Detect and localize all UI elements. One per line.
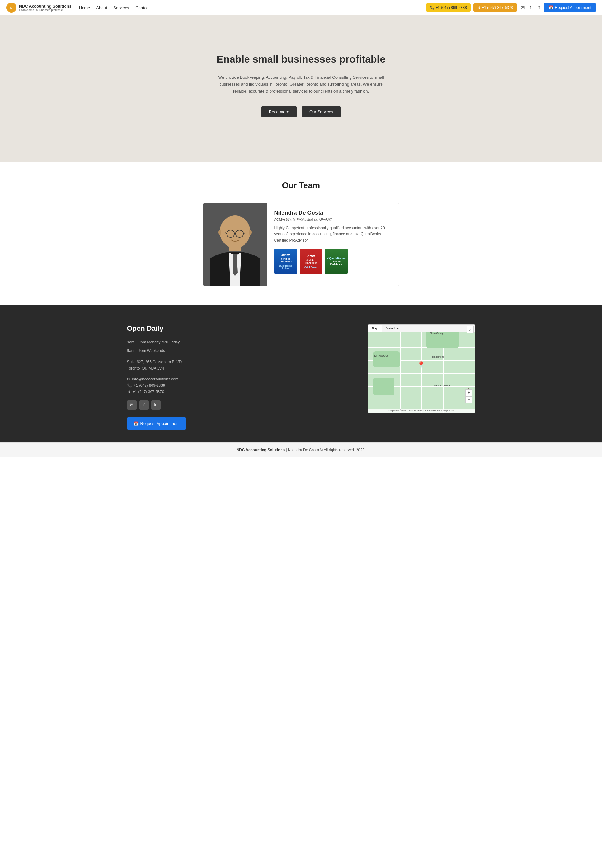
map-visual: PARKWOODS China Cottage Tim Hortons Wexf…: [368, 325, 475, 413]
map-container: Map Satellite ⤢: [368, 324, 475, 413]
intuit-logo-1: intuit: [281, 253, 290, 257]
logo-icon: N: [6, 3, 17, 13]
team-card: Nilendra De Costa ACMA(SL), MIPA(Austral…: [203, 203, 399, 286]
map-tabs: Map Satellite: [368, 325, 475, 332]
hero-buttons: Read more Our Services: [213, 106, 390, 117]
team-member-bio: Highly Competent professionally qualifie…: [274, 225, 391, 244]
footer-left: Open Daily 9am – 9pm Monday thru Friday …: [127, 324, 295, 430]
footer-email-icon: ✉: [127, 377, 131, 381]
svg-point-3: [220, 215, 250, 248]
svg-text:N: N: [11, 6, 13, 9]
logo-text-block: NDC Accounting Solutions Enable small bu…: [19, 4, 72, 12]
bottom-footer-company: NDC Accounting Solutions: [236, 448, 285, 452]
team-member-name: Nilendra De Costa: [274, 210, 391, 216]
hero-title: Enable small businesses profitable: [213, 54, 390, 65]
footer-calendar-icon: 📅: [134, 421, 138, 426]
bottom-footer-text: | Nilendra De Costa © All rights reserve…: [285, 448, 366, 452]
svg-rect-4: [229, 244, 241, 251]
footer-inner: Open Daily 9am – 9pm Monday thru Friday …: [127, 324, 475, 430]
nav-home[interactable]: Home: [79, 5, 90, 10]
cert-sub-2: QuickBooks: [301, 265, 321, 268]
footer-fax: +1 (647) 367-5370: [133, 390, 164, 394]
our-services-button[interactable]: Our Services: [302, 106, 341, 117]
map-label-china: China Cottage: [430, 332, 444, 334]
cert-sub-1: QuickBooks Online: [275, 264, 296, 269]
svg-point-11: [249, 230, 252, 235]
read-more-button[interactable]: Read more: [261, 106, 297, 117]
map-zoom-in[interactable]: +: [465, 389, 472, 396]
nav-services[interactable]: Services: [113, 5, 129, 10]
fax-button[interactable]: 🖨 +1 (647) 367-5370: [473, 3, 517, 12]
social-email-button[interactable]: ✉: [127, 400, 137, 410]
hero-inner: Enable small businesses profitable We pr…: [213, 54, 390, 117]
team-photo: [203, 203, 267, 285]
hero-description: We provide Bookkeeping, Accounting, Payr…: [213, 74, 390, 95]
footer-hours-weekend: 9am – 9pm Weekends: [127, 348, 295, 354]
navbar-right: 📞 +1 (647) 869-2838 🖨 +1 (647) 367-5370 …: [426, 3, 596, 12]
footer-right: Map Satellite ⤢: [307, 324, 475, 413]
navbar: N NDC Accounting Solutions Enable small …: [0, 0, 602, 15]
nav-links: Home About Services Contact: [79, 5, 150, 10]
footer-address-line2: Toronto, ON M3A 1V4: [127, 366, 164, 371]
footer-address: Suite 627, 265 Cassandra BLVD Toronto, O…: [127, 359, 295, 372]
map-tab-satellite[interactable]: Satellite: [382, 325, 402, 332]
bottom-footer: NDC Accounting Solutions | Nilendra De C…: [0, 442, 602, 457]
appointment-button-label: Request Appointment: [555, 5, 591, 10]
cert-label-2: CertifiedProAdvisor: [305, 259, 317, 264]
intuit-logo-2: intuit: [307, 254, 315, 258]
footer-appointment-button[interactable]: 📅 Request Appointment: [127, 417, 186, 430]
hero-section: Enable small businesses profitable We pr…: [0, 15, 602, 162]
map-label-wexford: Wexford College: [434, 385, 450, 387]
cert-badge-qbo: intuit CertifiedProAdvisor QuickBooks On…: [274, 248, 297, 274]
svg-point-10: [218, 230, 221, 235]
logo-subtitle: Enable small businesses profitable: [19, 9, 72, 12]
map-pin: 📍: [417, 361, 425, 369]
team-section: Our Team: [0, 162, 602, 305]
calendar-icon: 📅: [548, 5, 553, 10]
footer-contact-list: ✉ info@ndcacctsolutions.com 📞 +1 (647) 8…: [127, 377, 295, 394]
footer-heading: Open Daily: [127, 324, 295, 333]
nav-contact[interactable]: Contact: [135, 5, 150, 10]
map-tab-map[interactable]: Map: [368, 325, 382, 332]
footer-fax-icon: 🖨: [127, 390, 131, 394]
cert-badge-qb-green: ✓QuickBooks CertifiedProAdvisor: [325, 248, 348, 274]
email-icon-button[interactable]: ✉: [519, 3, 526, 12]
footer-hours-weekday: 9am – 9pm Monday thru Friday: [127, 339, 295, 345]
cert-badge-qb: intuit CertifiedProAdvisor QuickBooks: [299, 248, 322, 274]
footer-appointment-label: Request Appointment: [140, 421, 180, 426]
navbar-left: N NDC Accounting Solutions Enable small …: [6, 3, 150, 13]
map-label-parkwood: PARKWOODS: [374, 355, 389, 357]
map-zoom-out[interactable]: −: [465, 396, 472, 403]
logo[interactable]: N NDC Accounting Solutions Enable small …: [6, 3, 72, 13]
appointment-button[interactable]: 📅 Request Appointment: [544, 3, 596, 12]
team-info: Nilendra De Costa ACMA(SL), MIPA(Austral…: [267, 203, 399, 285]
footer-email: info@ndcacctsolutions.com: [132, 377, 178, 381]
certifications: intuit CertifiedProAdvisor QuickBooks On…: [274, 248, 391, 274]
linkedin-icon-button[interactable]: in: [535, 3, 542, 12]
logo-title: NDC Accounting Solutions: [19, 4, 72, 9]
map-attribution: Map data ©2021 Google Terms of Use Repor…: [368, 408, 475, 413]
social-facebook-button[interactable]: f: [139, 400, 149, 410]
map-expand-button[interactable]: ⤢: [467, 326, 473, 333]
footer-social: ✉ f in: [127, 400, 295, 410]
footer-phone-icon: 📞: [127, 383, 132, 388]
social-linkedin-button[interactable]: in: [151, 400, 161, 410]
footer-address-line1: Suite 627, 265 Cassandra BLVD: [127, 360, 182, 364]
nav-about[interactable]: About: [96, 5, 107, 10]
map-label-tim: Tim Hortons: [432, 356, 444, 358]
map-zoom-controls: + −: [465, 389, 472, 403]
team-section-title: Our Team: [6, 181, 596, 190]
footer: Open Daily 9am – 9pm Monday thru Friday …: [0, 305, 602, 442]
phone-button[interactable]: 📞 +1 (647) 869-2838: [426, 3, 471, 12]
cert-label-3: CertifiedProAdvisor: [330, 260, 342, 265]
qb-logo: ✓QuickBooks: [327, 257, 346, 260]
team-member-credentials: ACMA(SL), MIPA(Australia), AFA(UK): [274, 218, 391, 221]
facebook-icon-button[interactable]: f: [528, 3, 532, 12]
cert-label-1: CertifiedProAdvisor: [280, 258, 292, 263]
footer-phone: +1 (647) 869-2838: [134, 383, 165, 388]
